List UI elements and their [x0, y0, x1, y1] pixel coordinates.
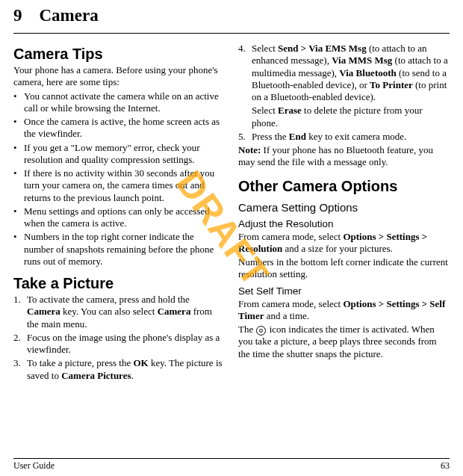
- note-text: If your phone has no Bluetooth feature, …: [238, 144, 433, 167]
- right-column: 4.Select Send > Via EMS Msg (to attach t…: [238, 43, 450, 383]
- list-item: 2.Focus on the image using the phone's d…: [13, 332, 225, 356]
- page: 9 Camera Camera Tips Your phone has a ca…: [0, 0, 463, 388]
- list-item: 3.To take a picture, press the OK key. T…: [13, 357, 225, 382]
- content-columns: Camera Tips Your phone has a camera. Bef…: [13, 43, 450, 383]
- list-item: You cannot activate the camera while on …: [13, 90, 225, 115]
- section-other-options-title: Other Camera Options: [238, 178, 450, 195]
- self-timer-text2: The icon indicates the timer is activate…: [238, 324, 450, 360]
- note: Note: If your phone has no Bluetooth fea…: [238, 144, 450, 169]
- chapter-header: 9 Camera: [13, 6, 450, 25]
- subsection-camera-setting-options: Camera Setting Options: [238, 201, 450, 214]
- note-label: Note:: [238, 144, 261, 155]
- take-picture-steps-cont: 4.Select Send > Via EMS Msg (to attach t…: [238, 43, 450, 103]
- camera-tips-list: You cannot activate the camera while on …: [13, 90, 225, 268]
- list-item: 5.Press the End key to exit camera mode.: [238, 131, 450, 143]
- adjust-resolution-text: From camera mode, select Options > Setti…: [238, 231, 450, 256]
- list-item: Once the camera is active, the home scre…: [13, 116, 225, 140]
- list-item: Numbers in the top right corner indicate…: [13, 231, 225, 268]
- divider: [13, 33, 450, 34]
- page-footer: User Guide 63: [13, 458, 450, 472]
- subsection-adjust-resolution: Adjust the Resolution: [238, 218, 450, 229]
- subsection-set-self-timer: Set Self Timer: [238, 285, 450, 297]
- step-number: 5.: [238, 131, 246, 143]
- take-picture-step5: 5.Press the End key to exit camera mode.: [238, 131, 450, 143]
- camera-tips-intro: Your phone has a camera. Before using yo…: [13, 64, 225, 89]
- self-timer-text: From camera mode, select Options > Setti…: [238, 298, 450, 323]
- section-camera-tips-title: Camera Tips: [13, 46, 225, 63]
- chapter-number: 9: [13, 6, 22, 25]
- step-number: 4.: [238, 43, 246, 55]
- step-number: 1.: [13, 294, 21, 306]
- list-item: If you get a "Low memory" error, check y…: [13, 142, 225, 167]
- list-item: 1.To activate the camera, press and hold…: [13, 294, 225, 330]
- section-take-picture-title: Take a Picture: [13, 275, 225, 292]
- step-number: 3.: [13, 357, 21, 369]
- left-column: Camera Tips Your phone has a camera. Bef…: [13, 43, 225, 383]
- footer-page-number: 63: [441, 460, 450, 472]
- step-number: 2.: [13, 332, 21, 344]
- list-item: 4.Select Send > Via EMS Msg (to attach t…: [238, 43, 450, 103]
- chapter-title: Camera: [40, 6, 99, 25]
- take-picture-steps: 1.To activate the camera, press and hold…: [13, 294, 225, 382]
- adjust-resolution-text2: Numbers in the bottom left corner indica…: [238, 256, 450, 281]
- timer-icon: [256, 326, 266, 336]
- list-item: Menu settings and options can only be ac…: [13, 205, 225, 230]
- step4-sub: Select Erase to delete the picture from …: [238, 105, 450, 129]
- footer-left: User Guide: [13, 460, 55, 472]
- list-item: If there is no activity within 30 second…: [13, 167, 225, 204]
